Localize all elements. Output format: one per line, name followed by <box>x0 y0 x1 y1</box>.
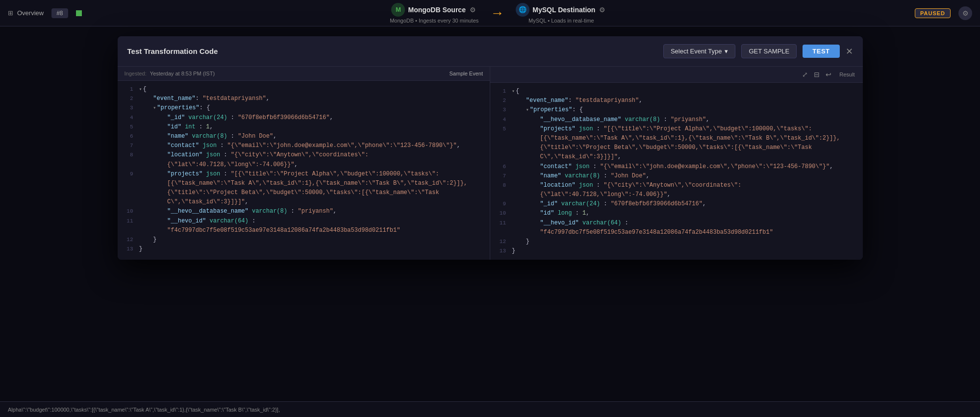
code-line: 3 ▾"properties": { <box>490 105 863 115</box>
code-line: 8 "location" json : "{\"city\":\"Anytown… <box>118 150 490 169</box>
code-line: 11 "__hevo_id" varchar(64) : "f4c7997dbc… <box>118 217 490 235</box>
select-event-type-button[interactable]: Select Event Type ▾ <box>663 44 736 58</box>
mysql-icon: 🌐 <box>516 3 529 17</box>
code-line: 5 "projects" json : "[{\"title\":\"Proje… <box>490 124 863 162</box>
code-line: 7 "name" varchar(8) : "John Doe", <box>490 172 863 181</box>
wrap-icon[interactable]: ↩ <box>824 70 833 79</box>
modal-body: Ingested: Yesterday at 8:53 PM (IST) Sam… <box>118 67 863 260</box>
right-code-area: 1 ▾{ 2 "event_name": "testdatapriyansh",… <box>490 83 863 260</box>
pipeline-center: M MongoDB Source ⚙ MongoDB • Ingests eve… <box>90 3 907 24</box>
code-line: 9 "_id" varchar(24) : "670f8ebfb6f39066d… <box>490 199 863 209</box>
code-line: 6 "contact" json : "{\"email\":\"john.do… <box>490 162 863 172</box>
get-sample-button[interactable]: GET SAMPLE <box>741 44 797 58</box>
arrow-icon: → <box>490 5 504 21</box>
dest-gear-button[interactable]: ⚙ <box>598 5 606 15</box>
select-event-label: Select Event Type <box>671 48 722 55</box>
modal-overlay: Test Transformation Code Select Event Ty… <box>0 26 980 417</box>
code-line: 10 "__hevo__database_name" varchar(8) : … <box>118 207 490 216</box>
code-line: 2 "event_name": "testdatapriyansh", <box>118 94 490 103</box>
right-code-panel: ⤢ ⊟ ↩ Result 1 ▾{ 2 "event_name": "testd… <box>490 67 863 260</box>
ingested-time: Yesterday at 8:53 PM (IST) <box>150 71 215 76</box>
source-name: M MongoDB Source ⚙ <box>391 3 477 17</box>
modal-header: Test Transformation Code Select Event Ty… <box>118 36 863 67</box>
code-line: 1 ▾{ <box>490 87 863 96</box>
modal: Test Transformation Code Select Event Ty… <box>118 36 863 260</box>
dest-sub: MySQL • Loads in real-time <box>528 18 594 24</box>
sample-event-label: Sample Event <box>450 71 483 76</box>
overview-label[interactable]: Overview <box>17 9 44 17</box>
code-line: 9 "projects" json : "[{\"title\":\"Proje… <box>118 170 490 207</box>
chevron-down-icon: ▾ <box>725 48 728 55</box>
top-bar: ⊞ Overview #8 M MongoDB Source ⚙ MongoDB… <box>0 0 980 26</box>
source-status-dot <box>76 10 82 16</box>
source-sub: MongoDB • Ingests every 30 minutes <box>390 18 478 24</box>
close-button[interactable]: ✕ <box>846 47 853 56</box>
left-code-area: 1 ▾{ 2 "event_name": "testdatapriyansh",… <box>118 81 490 258</box>
code-line: 2 "event_name": "testdatapriyansh", <box>490 96 863 105</box>
code-line: 8 "location" json : "{\"city\":\"Anytown… <box>490 181 863 199</box>
status-bar: Alpha\":\"budget\":100000,\"tasks\":[{\"… <box>0 401 980 417</box>
modal-header-right: Select Event Type ▾ GET SAMPLE TEST ✕ <box>663 44 853 58</box>
ingested-label: Ingested: Yesterday at 8:53 PM (IST) <box>125 71 215 76</box>
code-line: 12 } <box>490 237 863 246</box>
source-block: M MongoDB Source ⚙ MongoDB • Ingests eve… <box>390 3 478 24</box>
dest-block: 🌐 MySQL Destination ⚙ MySQL • Loads in r… <box>516 3 606 24</box>
hash-badge: #8 <box>51 8 68 18</box>
code-line: 10 "id" long : 1, <box>490 209 863 218</box>
code-line: 5 "id" int : 1, <box>118 123 490 132</box>
settings-circle-button[interactable]: ⚙ <box>958 6 972 20</box>
right-panel-header: ⤢ ⊟ ↩ Result <box>490 67 863 83</box>
paused-badge: PAUSED <box>915 8 951 18</box>
result-label: Result <box>835 70 858 79</box>
left-panel-meta: Ingested: Yesterday at 8:53 PM (IST) Sam… <box>118 67 490 81</box>
code-line: 13 } <box>118 245 490 254</box>
top-bar-left: ⊞ Overview <box>8 9 44 17</box>
modal-title: Test Transformation Code <box>127 47 218 55</box>
status-text: Alpha\":\"budget\":100000,\"tasks\":[{\"… <box>8 407 280 413</box>
code-line: 4 "_id" varchar(24) : "670f8ebfb6f39066d… <box>118 113 490 123</box>
code-line: 3 ▾"properties": { <box>118 103 490 113</box>
left-code-panel: Ingested: Yesterday at 8:53 PM (IST) Sam… <box>118 67 491 260</box>
columns-icon[interactable]: ⊟ <box>812 70 822 79</box>
pipeline-arrow: → <box>490 5 504 21</box>
grid-icon: ⊞ <box>8 9 13 17</box>
expand-icon[interactable]: ⤢ <box>800 70 810 79</box>
code-line: 7 "contact" json : "{\"email\":\"john.do… <box>118 141 490 150</box>
test-button[interactable]: TEST <box>803 45 839 58</box>
mongo-icon: M <box>391 3 405 17</box>
source-gear-button[interactable]: ⚙ <box>469 5 477 15</box>
code-line: 4 "__hevo__database_name" varchar(8) : "… <box>490 115 863 124</box>
code-line: 6 "name" varchar(8) : "John Doe", <box>118 132 490 141</box>
code-line: 12 } <box>118 235 490 245</box>
code-line: 13 } <box>490 246 863 256</box>
dest-name: 🌐 MySQL Destination ⚙ <box>516 3 606 17</box>
code-line: 1 ▾{ <box>118 85 490 94</box>
code-line: 11 "__hevo_id" varchar(64) : "f4c7997dbc… <box>490 219 863 237</box>
